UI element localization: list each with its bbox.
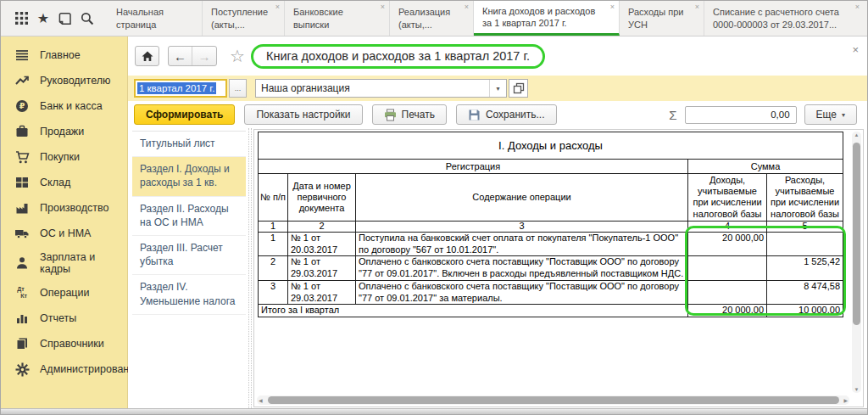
forward-button[interactable]: → <box>192 47 216 65</box>
sidebar-item-production[interactable]: Производство <box>1 195 127 221</box>
cell-expense[interactable]: 1 525,42 <box>767 256 843 281</box>
favorites-star-icon[interactable]: ★ <box>35 10 52 27</box>
col-group-registration: Регистрация <box>259 160 688 174</box>
tab-bank-writeoff[interactable]: Списание с расчетного счета 0000-000003 … <box>704 1 864 36</box>
cell-doc[interactable]: № 1 от 20.03.2017 <box>288 232 356 256</box>
cell-income[interactable] <box>688 256 767 281</box>
sidebar-item-fixed-assets[interactable]: ОС и НМА <box>1 221 127 246</box>
generate-button[interactable]: Сформировать <box>134 104 235 125</box>
cell-num[interactable]: 1 <box>259 232 288 256</box>
close-icon[interactable]: × <box>855 3 860 11</box>
cell-doc[interactable]: № 1 от 29.03.2017 <box>288 280 356 305</box>
cell-num[interactable]: 3 <box>259 280 288 305</box>
menu-grid-icon[interactable] <box>13 10 30 27</box>
back-button[interactable]: ← <box>169 47 192 65</box>
cell-income[interactable] <box>688 280 767 305</box>
cell-num[interactable]: 2 <box>259 256 288 281</box>
main-area: ← → ☆ Книга доходов и расходов за 1 квар… <box>128 36 867 408</box>
sidebar-item-label: Производство <box>40 202 109 214</box>
col-index: 2 <box>288 221 356 232</box>
period-input[interactable]: 1 квартал 2017 г. <box>134 79 227 98</box>
sidebar-item-administration[interactable]: Администрирование <box>1 356 127 382</box>
history-icon[interactable] <box>57 10 74 27</box>
sidebar-item-manager[interactable]: Руководителю <box>1 68 127 93</box>
sidebar-item-operations[interactable]: ДтКт Операции <box>1 280 127 306</box>
more-button[interactable]: Еще ▾ <box>804 104 857 125</box>
close-icon[interactable]: × <box>275 3 280 11</box>
sidebar-item-label: Администрирование <box>40 363 141 375</box>
section-item-title-page[interactable]: Титульный лист <box>132 132 246 157</box>
sidebar-item-warehouse[interactable]: Склад <box>1 170 127 195</box>
tab-bank-statements[interactable]: Банковские выписки× <box>285 1 390 36</box>
table-row: 3 № 1 от 29.03.2017 Оплачено с банковско… <box>259 280 843 305</box>
close-icon[interactable]: × <box>381 3 385 11</box>
sidebar-item-reports[interactable]: Отчеты <box>1 306 127 331</box>
tab-usn-expenses[interactable]: Расходы при УСН× <box>620 1 704 36</box>
autosum-field[interactable]: 0,00 <box>685 106 797 124</box>
global-toolbar: ★ <box>1 1 108 36</box>
cell-expense[interactable] <box>767 232 843 256</box>
horizontal-scrollbar[interactable]: ◀ ▶ <box>257 395 849 405</box>
sidebar-item-payroll[interactable]: Зарплата и кадры <box>1 246 127 280</box>
organization-combobox[interactable]: Наша организация ▾ <box>255 79 507 98</box>
tab-receipts[interactable]: Поступление (акты,...× <box>203 1 285 36</box>
cell-expense[interactable]: 8 474,58 <box>767 280 843 305</box>
section-item-section1[interactable]: Раздел I. Доходы и расходы за 1 кв. <box>132 157 246 196</box>
sidebar-item-label: Главное <box>40 49 81 61</box>
scroll-up-icon[interactable]: ▲ <box>852 132 861 137</box>
cell-content[interactable]: Оплачено с банковского счета поставщику … <box>356 256 688 281</box>
cell-doc[interactable]: № 1 от 29.03.2017 <box>288 256 356 281</box>
vertical-scroll-thumb[interactable] <box>853 143 860 325</box>
organization-list-button[interactable] <box>509 79 528 98</box>
col-group-sum: Сумма <box>688 160 843 174</box>
scroll-left-icon[interactable]: ◀ <box>259 397 263 403</box>
bar-chart-icon <box>14 311 30 326</box>
total-label[interactable]: Итого за I квартал <box>259 305 688 317</box>
col-header-num: № п/п <box>259 174 288 222</box>
col-header-content: Содержание операции <box>356 174 688 222</box>
vertical-scrollbar[interactable]: ▲ ▼ <box>852 132 861 393</box>
sidebar-item-purchases[interactable]: Покупки <box>1 144 127 170</box>
close-icon[interactable]: × <box>695 3 699 11</box>
scroll-down-icon[interactable]: ▼ <box>852 387 861 392</box>
total-expense[interactable]: 10 000,00 <box>767 305 843 317</box>
sidebar-item-main[interactable]: Главное <box>1 42 127 68</box>
search-icon[interactable] <box>79 10 96 27</box>
print-button[interactable]: Печать <box>372 104 447 125</box>
cell-content[interactable]: Поступила на банковский счет оплата от п… <box>356 232 688 256</box>
cell-income[interactable]: 20 000,00 <box>688 232 767 256</box>
home-button[interactable] <box>135 46 159 66</box>
panel-splitter[interactable] <box>248 128 252 408</box>
sidebar-item-bank-cash[interactable]: ₽ Банк и касса <box>1 93 127 119</box>
col-index: 1 <box>259 221 288 232</box>
show-settings-button[interactable]: Показать настройки <box>244 104 362 125</box>
sidebar: Главное Руководителю ₽ Банк и касса Прод… <box>1 36 128 408</box>
cell-content[interactable]: Оплачено с банковского счета поставщику … <box>356 280 688 305</box>
section-item-section2[interactable]: Раздел II. Расходы на ОС и НМА <box>132 197 246 236</box>
tab-income-expense-book[interactable]: Книга доходов и расходов за 1 квартал 20… <box>474 1 620 36</box>
report-title: I. Доходы и расходы <box>259 132 843 160</box>
save-button[interactable]: Сохранить... <box>456 104 557 125</box>
chevron-down-icon[interactable]: ▾ <box>489 80 506 97</box>
sum-zone: Σ 0,00 Еще ▾ <box>669 104 867 125</box>
close-icon[interactable]: × <box>465 3 469 11</box>
scroll-right-icon[interactable]: ▶ <box>843 397 848 403</box>
close-icon[interactable]: × <box>610 3 615 11</box>
period-picker-button[interactable]: ... <box>229 79 247 98</box>
choose-from-list-icon <box>513 82 525 94</box>
section-item-section3[interactable]: Раздел III. Расчет убытка <box>132 236 246 275</box>
favorite-toggle-icon[interactable]: ☆ <box>230 48 245 64</box>
col-header-income: Доходы, учитываемые при исчислении налог… <box>688 174 767 222</box>
main-menu-icon <box>14 48 30 63</box>
sidebar-item-directories[interactable]: Справочники <box>1 331 127 356</box>
horizontal-scroll-thumb[interactable] <box>268 396 839 404</box>
total-income[interactable]: 20 000,00 <box>688 305 767 317</box>
sidebar-item-label: Операции <box>40 287 89 299</box>
section-item-section4[interactable]: Раздел IV. Уменьшение налога <box>132 275 246 314</box>
tab-sales-acts[interactable]: Реализация (акты,...× <box>390 1 474 36</box>
briefcase-icon <box>14 124 30 139</box>
sidebar-item-sales[interactable]: Продажи <box>1 119 127 144</box>
form-close-icon[interactable]: × <box>852 44 859 55</box>
tab-home-page[interactable]: Начальная страница <box>108 1 203 36</box>
sidebar-item-label: Покупки <box>40 151 80 163</box>
